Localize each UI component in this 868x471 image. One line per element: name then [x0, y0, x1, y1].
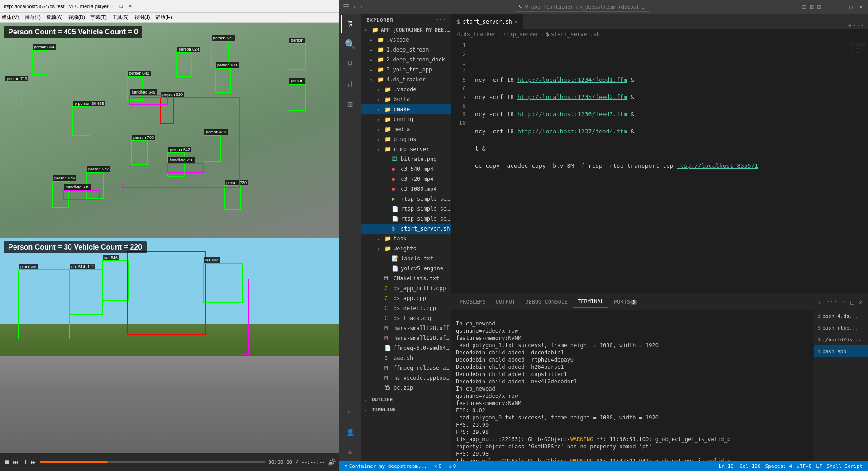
sidebar-file-rtsp-server[interactable]: ▸ ▶ rtsp-simple-server — [361, 194, 451, 204]
vscode-minimize-button[interactable]: ─ — [837, 3, 844, 10]
sidebar-sub-task[interactable]: ▸ 📁 task — [361, 234, 451, 244]
sidebar-outline[interactable]: ▸ OUTLINE — [361, 395, 451, 405]
vlc-progress-bar[interactable] — [40, 461, 266, 463]
sidebar-file-c3-720[interactable]: ▸ ● c3_720.mp4 — [361, 174, 451, 184]
sidebar-file-rtsp-server-2[interactable]: ▸ 📄 rtsp-simple-server-... — [361, 214, 451, 224]
vlc-volume-button[interactable]: 🔊 — [328, 458, 336, 466]
vlc-menu-view[interactable]: 视图(J) — [134, 14, 150, 21]
sidebar-item-deep-stream-docker[interactable]: ▸ 📁 2.deep_stream_docker — [361, 55, 451, 65]
status-errors[interactable]: ✕ 0 — [432, 463, 443, 469]
terminal-session-1[interactable]: $ bash 4.ds... — [814, 310, 868, 322]
vlc-minimize-button[interactable]: ─ — [109, 3, 116, 10]
terminal-tab-debug[interactable]: DEBUG CONSOLE — [521, 296, 572, 308]
activity-account-icon[interactable]: 👤 — [341, 423, 359, 441]
editor-more-icon[interactable]: ··· — [853, 22, 864, 29]
vlc-menu-media[interactable]: 媒体(M) — [2, 14, 19, 21]
activity-remote-icon[interactable]: ⊏ — [341, 403, 359, 421]
status-language[interactable]: Shell Script — [825, 463, 864, 469]
sidebar-sub-vscode[interactable]: ▸ 📁 .vscode — [361, 85, 451, 94]
sidebar-file-dsapp[interactable]: ▸ C ds_app.cpp — [361, 293, 451, 303]
code-area[interactable]: ncy -crf 18 http://localhost:1234/feed1.… — [471, 39, 841, 294]
sidebar-item-vscode[interactable]: ▸ 📁 .vscode — [361, 35, 451, 45]
terminal-tab-ports[interactable]: PORTS 5 — [609, 296, 642, 308]
sidebar-file-start-server[interactable]: ▸ $ start_server.sh — [361, 224, 451, 234]
activity-debug-icon[interactable]: ⑁ — [341, 75, 359, 93]
terminal-output[interactable]: In cb_newpad gstname=video/x-raw feature… — [451, 310, 814, 461]
vlc-next-button[interactable]: ⏭ — [31, 458, 37, 466]
sidebar-file-dsapp-multi[interactable]: ▸ C ds_app_multi.cpp — [361, 283, 451, 293]
sidebar-root[interactable]: ▾ 📁 APP [CONTAINER MY_DEE...] — [361, 25, 451, 35]
status-line-col[interactable]: Ln 10, Col 126 — [717, 463, 763, 469]
vlc-menu-tools[interactable]: 工具(S) — [112, 14, 129, 21]
sidebar-file-ffmpeg[interactable]: ▸ 📄 ffmpeg-6.0-amd64-st... — [361, 343, 451, 353]
vlc-window-controls[interactable]: ─ □ ✕ — [109, 3, 134, 10]
terminal-more-button[interactable]: ··· — [824, 298, 839, 306]
vscode-maximize-button[interactable]: □ — [847, 3, 854, 10]
sidebar-sub-weights[interactable]: ▾ 📁 weights — [361, 244, 451, 254]
sidebar-item-deep-stream[interactable]: ▸ 📁 1.deep_stream — [361, 45, 451, 55]
sidebar-file-mars-uff[interactable]: ▸ M mars-small128.uff — [361, 323, 451, 333]
vlc-menu-video[interactable]: 视频(D) — [68, 14, 85, 21]
vlc-close-button[interactable]: ✕ — [127, 3, 134, 10]
editor-split-icon[interactable]: ⊟ — [847, 22, 851, 29]
sidebar-file-rtsp-server-1[interactable]: ▸ 📄 rtsp-simple-server-... — [361, 204, 451, 214]
vlc-menu-help[interactable]: 帮助(H) — [155, 14, 172, 21]
vscode-close-button[interactable]: ✕ — [857, 3, 864, 10]
sidebar-file-bitrate[interactable]: ▸ 🖼 bitrate.png — [361, 154, 451, 164]
activity-git-icon[interactable]: ⑂ — [341, 55, 359, 73]
sidebar-file-dsdetect[interactable]: ▸ C ds_detect.cpp — [361, 303, 451, 313]
status-spaces[interactable]: Spaces: 4 — [764, 463, 794, 469]
status-warnings[interactable]: ⚠ 0 — [447, 463, 458, 469]
sidebar-file-yolov5[interactable]: ▸ 📄 yolov5.engine — [361, 264, 451, 273]
terminal-tab-output[interactable]: OUTPUT — [491, 296, 520, 308]
vscode-forward-button[interactable]: › — [360, 4, 363, 10]
vscode-search-box[interactable]: ⚲ ⚲ app [Container my_deepstream (deepst… — [515, 2, 650, 12]
terminal-maximize-button[interactable]: □ — [849, 298, 856, 306]
sidebar-sub-rtmp[interactable]: ▾ 📁 rtmp_server — [361, 144, 451, 154]
sidebar-sub-cmake[interactable]: ▸ 📁 cmake — [361, 104, 451, 114]
activity-extensions-icon[interactable]: ⊞ — [341, 95, 359, 113]
activity-settings-icon[interactable]: ⚙ — [341, 443, 359, 461]
vscode-layout-icon[interactable]: ⊟ — [802, 3, 806, 10]
vlc-prev-button[interactable]: ⏮ — [13, 458, 19, 466]
status-eol[interactable]: LF — [814, 463, 824, 469]
terminal-add-button[interactable]: + — [816, 298, 823, 306]
sidebar-item-ds-tracker[interactable]: ▾ 📁 4.ds_tracker — [361, 75, 451, 85]
vlc-menubar[interactable]: 媒体(M) 播放(L) 音频(A) 视频(D) 字幕(T) 工具(S) 视图(J… — [0, 13, 339, 23]
status-remote[interactable]: ⊏ Container my_deepstream... — [343, 463, 429, 469]
vscode-back-button[interactable]: ‹ — [353, 4, 356, 10]
sidebar-sub-media[interactable]: ▸ 📁 media — [361, 124, 451, 134]
sidebar-file-c3-540[interactable]: ▸ ● c3_540.mp4 — [361, 164, 451, 174]
terminal-close-button[interactable]: ✕ — [857, 298, 864, 306]
vlc-menu-audio[interactable]: 音频(A) — [46, 14, 63, 21]
sidebar-file-cpptools[interactable]: ▸ M ms-vscode.cpptools-1... — [361, 373, 451, 383]
vlc-play-button[interactable]: ⏸ — [22, 458, 28, 466]
terminal-session-4[interactable]: $ bash app — [814, 345, 868, 357]
vlc-menu-subtitle[interactable]: 字幕(T) — [90, 14, 107, 21]
terminal-tab-terminal[interactable]: TERMINAL — [573, 296, 608, 308]
sidebar-file-mars-uff2[interactable]: ▸ M mars-small128.uff b... — [361, 333, 451, 343]
sidebar-sub-build[interactable]: ▸ 📁 build — [361, 94, 451, 104]
sidebar-sub-plugins[interactable]: ▸ 📁 plugins — [361, 134, 451, 144]
sidebar-more-icon[interactable]: ··· — [436, 17, 446, 23]
vscode-window-controls[interactable]: ─ □ ✕ — [837, 3, 864, 10]
vscode-split-icon[interactable]: ⊠ — [810, 3, 813, 10]
sidebar-timeline[interactable]: ▸ TIMELINE — [361, 405, 451, 414]
vlc-stop-button[interactable]: ⏹ — [4, 458, 10, 466]
sidebar-file-aaa[interactable]: ▸ $ aaa.sh — [361, 353, 451, 363]
terminal-minimize-button[interactable]: ─ — [840, 298, 848, 306]
activity-search-icon[interactable]: 🔍 — [341, 35, 359, 53]
terminal-session-3[interactable]: $ ./build/ds... — [814, 334, 868, 345]
editor-content[interactable]: 1 2 3 4 5 6 7 8 9 10 ncy -crf 18 http://… — [451, 39, 868, 294]
vlc-controls-bar[interactable]: ⏹ ⏮ ⏸ ⏭ 00:00:00 / --:--:-- 🔊 — [0, 453, 339, 471]
sidebar-file-c3-1080[interactable]: ▸ ● c3_1080.mp4 — [361, 184, 451, 194]
terminal-session-2[interactable]: $ bash rtmp... — [814, 322, 868, 334]
tab-start-server[interactable]: $ start_server.sh ✕ — [451, 14, 523, 29]
sidebar-file-labels[interactable]: ▸ 📝 labels.txt — [361, 254, 451, 264]
sidebar-file-dstrack[interactable]: ▸ C ds_track.cpp — [361, 313, 451, 323]
activity-explorer-icon[interactable]: ⎘ — [341, 15, 359, 33]
sidebar-file-ffmpeg-release[interactable]: ▸ M ffmpeg-release-amd6... — [361, 363, 451, 373]
terminal-tab-problems[interactable]: PROBLEMS — [455, 296, 490, 308]
sidebar-item-yolo-trt[interactable]: ▸ 📁 3.yolo_trt_app — [361, 65, 451, 75]
sidebar-file-cmake[interactable]: ▸ M CMakeLists.txt — [361, 273, 451, 283]
